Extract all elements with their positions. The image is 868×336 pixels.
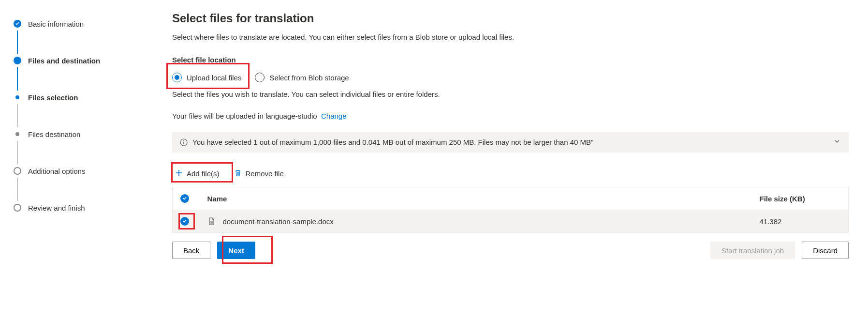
check-circle-icon[interactable] — [180, 217, 189, 226]
trash-icon — [234, 169, 242, 178]
circle-outline-icon — [14, 167, 21, 175]
radio-selected-icon — [172, 73, 182, 82]
files-table: Name File size (KB) document- — [172, 187, 849, 233]
file-location-radio-group: Upload local files Select from Blob stor… — [172, 73, 849, 82]
step-label: Basic information — [28, 20, 84, 28]
table-row[interactable]: document-translation-sample.docx 41.382 — [173, 210, 849, 233]
page-subtitle: Select where files to translate are loca… — [172, 33, 849, 41]
step-label: Files and destination — [28, 57, 100, 65]
step-label: Review and finish — [28, 204, 85, 212]
select-files-description: Select the files you wish to translate. … — [172, 90, 849, 98]
step-additional-options[interactable]: Additional options — [14, 164, 137, 178]
info-message-text: You have selected 1 out of maximum 1,000… — [192, 138, 593, 146]
step-basic-information[interactable]: Basic information — [14, 17, 137, 31]
step-connector — [17, 31, 18, 54]
info-icon — [180, 138, 188, 146]
page-title: Select files for translation — [172, 12, 849, 25]
svg-rect-1 — [183, 141, 184, 144]
add-files-label: Add file(s) — [187, 169, 220, 178]
radio-label: Upload local files — [187, 74, 241, 82]
svg-point-2 — [183, 140, 184, 141]
step-files-and-destination[interactable]: Files and destination — [14, 54, 137, 67]
start-translation-button: Start translation job — [710, 242, 795, 259]
section-label-file-location: Select file location — [172, 56, 849, 64]
add-files-button[interactable]: Add file(s) — [172, 167, 222, 180]
file-toolbar: Add file(s) Remove file — [172, 167, 849, 180]
check-circle-icon — [180, 194, 189, 203]
document-icon — [207, 217, 215, 225]
step-connector — [17, 67, 18, 91]
step-connector — [17, 178, 18, 201]
dot-small-icon — [15, 95, 19, 99]
radio-unselected-icon — [255, 73, 265, 82]
step-connector — [17, 104, 18, 127]
back-button[interactable]: Back — [172, 242, 210, 259]
chevron-down-icon[interactable] — [833, 137, 841, 147]
change-link[interactable]: Change — [321, 112, 347, 120]
upload-destination-line: Your files will be uploaded in language-… — [172, 112, 849, 120]
column-header-size[interactable]: File size (KB) — [752, 187, 849, 210]
main-panel: Select files for translation Select wher… — [145, 0, 868, 336]
remove-file-label: Remove file — [246, 169, 284, 178]
step-label: Additional options — [28, 167, 85, 175]
next-button[interactable]: Next — [217, 242, 255, 259]
remove-file-button[interactable]: Remove file — [231, 167, 287, 180]
wizard-stepper: Basic information Files and destination … — [0, 0, 145, 336]
step-files-destination[interactable]: Files destination — [14, 127, 137, 141]
file-name: document-translation-sample.docx — [223, 217, 334, 226]
column-header-select-all[interactable] — [173, 187, 200, 210]
dot-small-icon — [15, 132, 19, 136]
step-connector — [17, 141, 18, 164]
check-circle-icon — [14, 20, 21, 28]
file-size: 41.382 — [752, 210, 849, 233]
info-message-bar[interactable]: You have selected 1 out of maximum 1,000… — [172, 132, 849, 153]
radio-upload-local[interactable]: Upload local files — [172, 73, 241, 82]
wizard-footer: Back Next Start translation job Discard — [172, 242, 849, 259]
radio-blob-storage[interactable]: Select from Blob storage — [255, 73, 349, 82]
discard-button[interactable]: Discard — [802, 242, 849, 259]
upload-destination-prefix: Your files will be uploaded in language-… — [172, 112, 317, 120]
dot-filled-icon — [14, 57, 21, 64]
step-label: Files selection — [28, 93, 78, 102]
plus-icon — [175, 169, 183, 178]
step-label: Files destination — [28, 130, 80, 138]
circle-outline-icon — [14, 204, 21, 212]
step-review-and-finish[interactable]: Review and finish — [14, 201, 137, 214]
column-header-name[interactable]: Name — [200, 187, 752, 210]
radio-label: Select from Blob storage — [269, 74, 349, 82]
step-files-selection[interactable]: Files selection — [14, 91, 137, 104]
